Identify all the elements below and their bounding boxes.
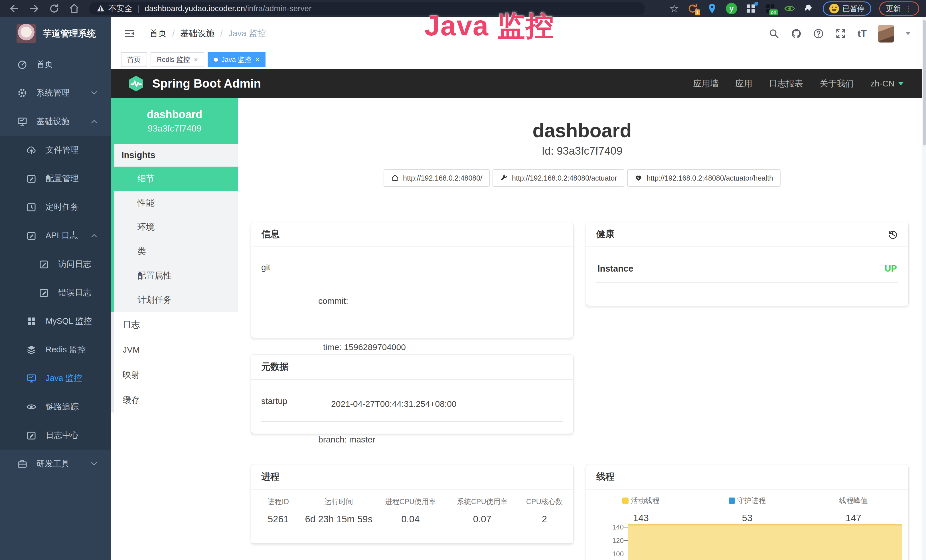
sba-nav-applications[interactable]: 应用 [735,78,752,89]
browser-home-icon[interactable] [68,3,80,14]
sba-sidebar-item-mappings[interactable]: 映射 [114,362,238,387]
process-col-cores: CPU核心数 [517,497,572,506]
health-card-title: 健康 [596,228,614,241]
extension-grid-dot [754,2,758,6]
metadata-key: startup [261,396,331,412]
threads-card-title: 线程 [586,465,908,490]
sidebar-item-trace[interactable]: 链路追踪 [0,392,111,421]
scrollbar-thumb[interactable] [923,20,926,145]
y-tick-120: 120 [604,537,624,545]
sba-sidebar-item-config-props[interactable]: 配置属性 [114,263,238,288]
sba-sidebar-item-logs[interactable]: 日志 [114,312,238,337]
close-icon[interactable]: × [255,56,259,64]
cloud-upload-icon [26,145,36,155]
sidebar-item-home[interactable]: 首页 [0,50,111,79]
history-icon[interactable] [887,229,898,240]
sba-nav-journal[interactable]: 日志报表 [769,78,803,89]
sidebar-item-dev-tools[interactable]: 研发工具 [0,450,111,478]
extension-pin-icon[interactable] [707,3,718,14]
layers-icon [26,345,36,355]
breadcrumb-separator: / [172,29,174,38]
sba-nav-wallboard[interactable]: 应用墙 [693,78,719,89]
sidebar-item-infrastructure[interactable]: 基础设施 [0,107,111,136]
extension-switch-icon[interactable]: on [764,3,776,14]
sba-sidebar-item-environment[interactable]: 环境 [114,215,238,239]
extensions-puzzle-icon[interactable] [803,3,815,14]
health-url-chip[interactable]: http://192.168.0.2:48080/actuator/health [627,169,780,187]
spring-boot-admin-logo[interactable] [127,74,145,93]
sba-instance-sidebar: dashboard 93a3fc7f7409 Insights 细节 性能 环境… [111,98,238,560]
user-menu-caret-icon[interactable] [905,32,911,35]
sidebar-collapse-icon[interactable] [123,28,136,39]
browser-menu-dots-icon[interactable]: ⋮ [905,4,912,14]
sidebar-item-api-logs[interactable]: API 日志 [0,221,111,250]
sidebar-item-mysql-monitor[interactable]: MySQL 监控 [0,307,111,336]
sidebar-item-java-monitor[interactable]: Java 监控 [0,364,111,392]
sidebar-item-log-center[interactable]: 日志中心 [0,421,111,450]
profile-avatar-emoji [829,4,839,14]
extension-refresh-icon[interactable]: 1 [687,3,698,14]
browser-update-button[interactable]: 更新 ⋮ [879,2,919,16]
search-icon[interactable] [769,28,779,39]
health-card: 健康 Instance UP [586,222,908,306]
sba-sidebar-item-scheduled-tasks[interactable]: 计划任务 [114,288,238,312]
browser-reload-icon[interactable] [48,3,60,14]
tab-redis-monitor[interactable]: Redis 监控 × [151,52,204,67]
metadata-startup-row: startup 2021-04-27T00:44:31.254+08:00 [261,387,563,422]
tags-view-bar: 首页 Redis 监控 × Java 监控 × [111,50,926,69]
process-table: 进程ID5261 运行时间6d 23h 15m 59s 进程CPU使用率0.04… [251,490,573,525]
browser-forward-icon[interactable] [29,3,40,14]
address-bar[interactable]: 不安全 | dashboard.yudao.iocoder.cn/infra/a… [89,2,645,15]
eye-icon [26,402,36,412]
sidebar-item-scheduled-jobs[interactable]: 定时任务 [0,193,111,221]
chevron-up-icon [90,118,98,126]
sba-locale-select[interactable]: zh-CN [870,79,904,88]
browser-back-icon[interactable] [9,3,20,14]
fullscreen-icon[interactable] [835,28,846,39]
help-icon[interactable] [813,28,824,39]
sba-sidebar-item-details[interactable]: 细节 [111,166,238,191]
tab-java-monitor[interactable]: Java 监控 × [207,52,265,67]
user-avatar[interactable] [878,25,894,42]
extension-grid-icon[interactable] [745,3,757,14]
sidebar-item-system-mgmt[interactable]: 系统管理 [0,79,111,107]
breadcrumb-infrastructure[interactable]: 基础设施 [180,28,215,39]
extension-on-badge: on [769,9,778,15]
sidebar-item-access-logs[interactable]: 访问日志 [0,250,111,278]
infrastructure-submenu: 文件管理 配置管理 定时任务 API 日志 访问日志 错误日志 [0,136,111,450]
actuator-url-chip[interactable]: http://192.168.0.2:48080/actuator [493,169,624,187]
live-threads-area [628,524,902,560]
sidebar-item-config-mgmt[interactable]: 配置管理 [0,164,111,193]
health-instance-row[interactable]: Instance UP [596,254,898,283]
sba-sidebar-item-metrics[interactable]: 性能 [114,191,238,215]
tab-home[interactable]: 首页 [121,52,147,67]
threads-card: 线程 活动线程 143 守护进程 53 线程峰值 147 140 120 100 [586,465,908,560]
app-logo-row[interactable]: 芋道管理系统 [0,17,111,50]
service-url-chip[interactable]: http://192.168.0.2:48080/ [384,169,490,187]
sba-brand-title[interactable]: Spring Boot Admin [152,77,261,91]
bookmark-star-icon[interactable]: ☆ [669,3,679,14]
profile-paused-chip[interactable]: 已暂停 [823,2,871,16]
instance-header[interactable]: dashboard 93a3fc7f7409 [111,98,238,144]
wrench-icon [500,174,508,182]
sba-sidebar-item-caches[interactable]: 缓存 [114,387,238,413]
legend-peak-threads: 线程峰值 [839,496,868,505]
threads-area-chart: 140 120 100 [586,520,908,560]
sidebar-item-error-logs[interactable]: 错误日志 [0,278,111,307]
github-icon[interactable] [791,28,802,39]
sba-sidebar-item-classes[interactable]: 类 [114,239,238,263]
sba-nav-about[interactable]: 关于我们 [820,78,854,89]
url-domain: dashboard.yudao.iocoder.cn [145,4,245,13]
sba-sidebar-item-jvm[interactable]: JVM [114,337,238,362]
address-divider: | [138,4,139,13]
extension-y-icon[interactable]: y [726,3,737,14]
instance-id-line: Id: 93a3fc7f7409 [238,145,926,157]
sidebar-item-file-mgmt[interactable]: 文件管理 [0,136,111,164]
sidebar-item-redis-monitor[interactable]: Redis 监控 [0,336,111,364]
health-status-badge: UP [885,263,897,274]
font-size-icon[interactable]: tT [858,28,867,39]
extension-leaf-icon[interactable] [784,3,795,14]
close-icon[interactable]: × [194,56,198,64]
breadcrumb-home[interactable]: 首页 [150,28,166,39]
metadata-value: 2021-04-27T00:44:31.254+08:00 [331,396,457,412]
